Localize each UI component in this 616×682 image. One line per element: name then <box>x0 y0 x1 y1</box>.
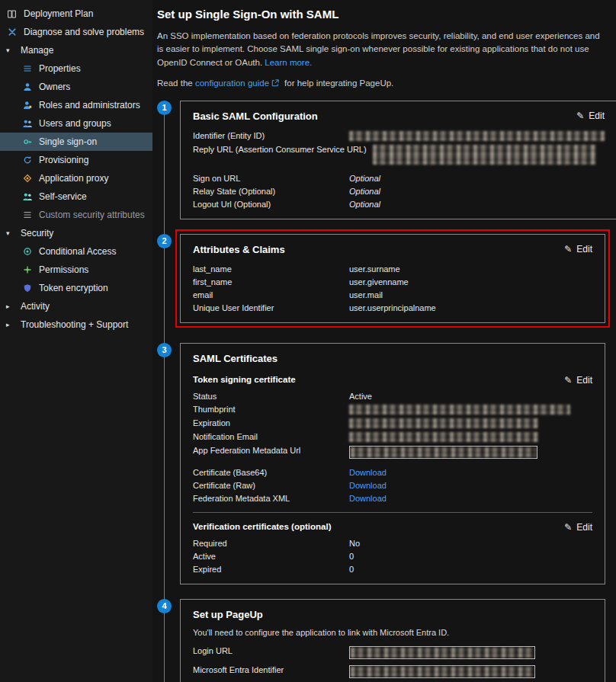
identifier-label: Identifier (Entity ID) <box>193 131 349 140</box>
edit-verification-certificates-button[interactable]: ✎ Edit <box>564 522 592 533</box>
expiration-label: Expiration <box>193 418 349 427</box>
sidebar-item-owners[interactable]: Owners <box>0 78 152 96</box>
people-icon <box>21 119 33 128</box>
sign-on-url-row: Sign on URL Optional <box>193 174 605 183</box>
logout-url-value: Optional <box>349 200 380 209</box>
entra-identifier-row: Microsoft Entra Identifier <box>193 665 592 678</box>
step-2: 2 Attributes & Claims ✎ Edit last_name u… <box>157 234 607 323</box>
sidebar-item-deployment-plan[interactable]: Deployment Plan <box>0 5 152 23</box>
card-title: SAML Certificates <box>193 353 278 364</box>
sidebar-item-diagnose[interactable]: Diagnose and solve problems <box>0 23 152 41</box>
learn-more-link[interactable]: Learn more. <box>265 58 312 67</box>
required-row: Required No <box>193 539 592 548</box>
configuration-guide-link[interactable]: configuration guide <box>195 78 269 88</box>
sidebar-item-label: Provisioning <box>39 155 88 165</box>
sidebar-section-label: Manage <box>21 45 53 56</box>
cert-raw-label: Certificate (Raw) <box>193 481 349 490</box>
sidebar-item-label: Single sign-on <box>39 136 97 147</box>
sidebar-section-label: Troubleshooting + Support <box>21 319 128 330</box>
main-content: Set up Single Sign-On with SAML An SSO i… <box>152 0 616 682</box>
sidebar-item-application-proxy[interactable]: Application proxy <box>0 169 152 187</box>
sidebar-item-roles-admins[interactable]: Roles and administrators <box>0 96 152 114</box>
attributes-claims-card: Attributes & Claims ✎ Edit last_name use… <box>180 234 605 323</box>
cert-raw-row: Certificate (Raw) Download <box>193 481 592 490</box>
chevron-down-icon: ▾ <box>6 46 14 54</box>
entra-identifier-copy-field <box>349 665 535 678</box>
identifier-value-redacted <box>349 131 605 141</box>
download-fed-metadata-link[interactable]: Download <box>349 494 387 503</box>
section-divider <box>193 512 592 513</box>
sidebar-item-token-encryption[interactable]: Token encryption <box>0 279 152 297</box>
logout-url-row: Logout Url (Optional) Optional <box>193 200 605 209</box>
key-icon <box>21 137 33 146</box>
edit-label: Edit <box>576 244 592 255</box>
edit-attributes-claims-button[interactable]: ✎ Edit <box>564 244 592 255</box>
active-row: Active 0 <box>193 552 592 561</box>
proxy-icon <box>21 174 33 183</box>
login-url-label: Login URL <box>193 646 349 655</box>
sidebar-section-activity[interactable]: ▸ Activity <box>0 297 152 315</box>
metadata-url-copy-field <box>349 446 537 459</box>
edit-token-signing-button[interactable]: ✎ Edit <box>564 375 592 386</box>
person-admin-icon <box>21 101 33 110</box>
claim-row: Unique User Identifier user.userprincipa… <box>193 303 592 312</box>
reply-url-row: Reply URL (Assertion Consumer Service UR… <box>193 145 605 165</box>
status-row: Status Active <box>193 392 592 401</box>
fed-metadata-xml-row: Federation Metadata XML Download <box>193 494 592 503</box>
expired-label: Expired <box>193 565 349 574</box>
expiration-value-redacted <box>349 418 538 428</box>
status-label: Status <box>193 392 349 401</box>
thumbprint-value-redacted <box>349 405 570 415</box>
basic-saml-configuration-card: Basic SAML Configuration ✎ Edit Identifi… <box>180 101 616 219</box>
sidebar-item-label: Diagnose and solve problems <box>24 27 144 37</box>
card-title: Set up PageUp <box>193 609 263 620</box>
metadata-url-value-redacted <box>351 447 536 457</box>
sign-on-url-value: Optional <box>349 174 380 183</box>
card-title: Basic SAML Configuration <box>193 110 318 122</box>
list-icon <box>21 64 33 73</box>
setup-description: You'll need to configure the application… <box>193 628 592 637</box>
sidebar-item-label: Permissions <box>39 264 88 275</box>
chevron-right-icon: ▸ <box>6 321 14 328</box>
set-up-pageup-card: Set up PageUp You'll need to configure t… <box>180 599 605 682</box>
sidebar-section-manage[interactable]: ▾ Manage <box>0 41 152 59</box>
claim-row: first_name user.givenname <box>193 277 592 287</box>
chevron-down-icon: ▾ <box>6 229 14 237</box>
sidebar-item-label: Application proxy <box>39 173 108 184</box>
sidebar-item-users-groups[interactable]: Users and groups <box>0 114 152 133</box>
sidebar-item-label: Self-service <box>39 191 87 202</box>
conditional-access-icon <box>21 247 33 256</box>
edit-label: Edit <box>576 522 592 533</box>
download-cert-base64-link[interactable]: Download <box>349 468 387 477</box>
sidebar-section-security[interactable]: ▾ Security <box>0 224 152 242</box>
external-link-icon <box>271 79 279 88</box>
download-cert-raw-link[interactable]: Download <box>349 481 387 490</box>
notification-email-label: Notification Email <box>193 432 349 441</box>
required-value: No <box>349 539 360 548</box>
step-4: 4 Set up PageUp You'll need to configure… <box>157 599 607 682</box>
sidebar-item-self-service[interactable]: Self-service <box>0 187 152 206</box>
page-title: Set up Single Sign-On with SAML <box>157 8 607 21</box>
sidebar-item-conditional-access[interactable]: Conditional Access <box>0 242 152 261</box>
login-url-row: Login URL <box>193 646 592 659</box>
sidebar-section-troubleshooting[interactable]: ▸ Troubleshooting + Support <box>0 315 152 334</box>
identifier-row: Identifier (Entity ID) <box>193 131 605 141</box>
edit-basic-saml-button[interactable]: ✎ Edit <box>576 110 605 121</box>
sidebar-item-provisioning[interactable]: Provisioning <box>0 151 152 169</box>
claim-row: email user.mail <box>193 290 592 299</box>
claim-name: first_name <box>193 277 349 287</box>
sidebar-item-custom-security-attributes[interactable]: Custom security attributes <box>0 206 152 224</box>
card-title: Attributes & Claims <box>193 244 285 255</box>
tools-icon <box>6 27 18 37</box>
permissions-icon <box>21 265 33 274</box>
relay-state-value: Optional <box>349 187 380 196</box>
read-suffix: for help integrating PageUp. <box>284 78 393 88</box>
sidebar-item-single-sign-on[interactable]: Single sign-on <box>0 133 152 151</box>
sidebar-item-properties[interactable]: Properties <box>0 59 152 78</box>
sidebar-item-permissions[interactable]: Permissions <box>0 261 152 279</box>
notification-email-row: Notification Email <box>193 432 592 442</box>
cert-base64-row: Certificate (Base64) Download <box>193 468 592 477</box>
edit-label: Edit <box>576 375 592 386</box>
intro-body: An SSO implementation based on federatio… <box>157 31 600 67</box>
sidebar-item-label: Users and groups <box>39 118 111 129</box>
